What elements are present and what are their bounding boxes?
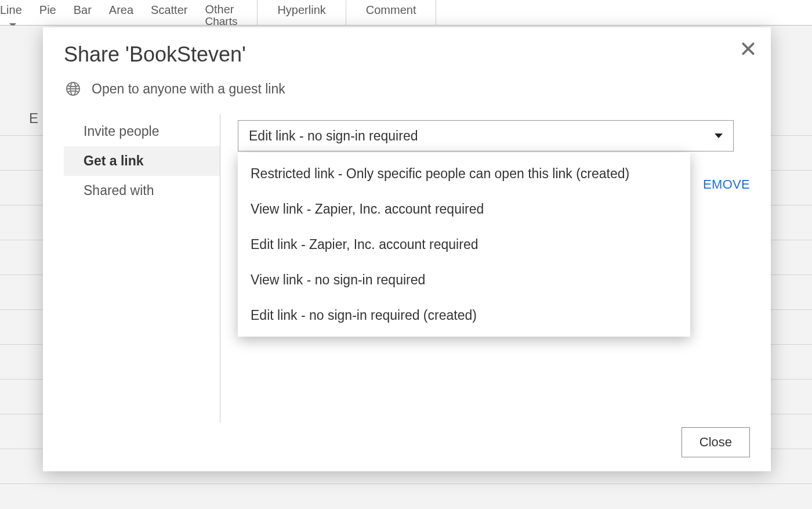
ribbon-item-bar[interactable]: Bar [74,0,92,17]
dropdown-option[interactable]: View link - no sign-in required [238,262,690,298]
sharing-status-row: Open to anyone with a guest link [64,81,750,97]
sharing-status-text: Open to anyone with a guest link [92,81,285,97]
ribbon-item-other-label: Other [205,3,234,16]
chevron-down-icon [715,133,723,138]
ribbon-separator [346,0,346,26]
share-tabs: Invite people Get a link Shared with [64,114,220,423]
ribbon-item-comment[interactable]: Comment [366,0,416,17]
share-dialog: Share 'BookSteven' Open to anyone with a… [43,27,771,471]
remove-link-partial[interactable]: EMOVE [703,177,750,192]
ribbon-separator [257,0,258,26]
dialog-title: Share 'BookSteven' [64,42,750,67]
ribbon-item-scatter[interactable]: Scatter [151,0,187,17]
ribbon-item-pie[interactable]: Pie [39,0,56,17]
ribbon-item-area[interactable]: Area [109,0,133,17]
globe-icon [65,81,81,97]
dropdown-option[interactable]: View link - Zapier, Inc. account require… [238,192,690,227]
tab-get-a-link[interactable]: Get a link [64,146,220,176]
ribbon-item-other-charts[interactable]: Other Charts [205,0,237,27]
tab-invite-people[interactable]: Invite people [64,117,220,146]
column-header-e[interactable]: E [29,110,38,127]
close-icon[interactable] [740,40,757,57]
ribbon-separator [436,0,436,26]
link-type-dropdown-list: Restricted link - Only specific people c… [238,153,690,337]
dropdown-option[interactable]: Edit link - Zapier, Inc. account require… [238,227,690,262]
dropdown-option[interactable]: Edit link - no sign-in required (created… [238,298,690,333]
dropdown-selected-label: Edit link - no sign-in required [249,128,418,144]
ribbon-item-line[interactable]: Line [0,0,22,17]
dropdown-option[interactable]: Restricted link - Only specific people c… [238,156,690,192]
close-button[interactable]: Close [682,427,750,457]
link-type-dropdown[interactable]: Edit link - no sign-in required [238,120,734,151]
ribbon-charts-group: Line Pie Bar Area Scatter Other Charts H… [0,0,812,26]
get-link-pane: Edit link - no sign-in required EMOVE Re… [220,114,750,423]
ribbon-item-hyperlink[interactable]: Hyperlink [277,0,325,17]
tab-shared-with[interactable]: Shared with [64,176,220,205]
